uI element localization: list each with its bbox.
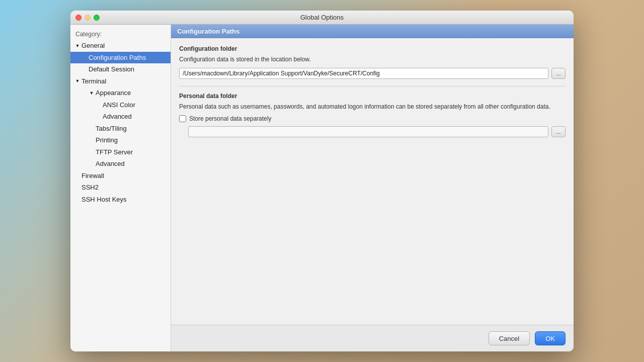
config-folder-description: Configuration data is stored in the loca…	[179, 55, 566, 64]
store-personal-checkbox[interactable]	[179, 115, 186, 122]
checkbox-row: Store personal data separately	[179, 115, 566, 122]
sidebar-item-ssh-host-keys[interactable]: SSH Host Keys	[70, 194, 171, 206]
config-path-row: ...	[179, 68, 566, 79]
window-title: Global Options	[300, 14, 344, 21]
maximize-button[interactable]	[94, 15, 100, 21]
sidebar-item-printing[interactable]: Printing	[70, 134, 171, 146]
sidebar-item-configuration-paths[interactable]: Configuration Paths	[70, 52, 171, 64]
tree-arrow-appearance	[89, 90, 95, 96]
category-label: Category:	[70, 29, 171, 40]
sidebar-label-default-session: Default Session	[89, 64, 134, 74]
personal-browse-button[interactable]: ...	[551, 126, 566, 137]
main-content: Configuration Paths Configuration folder…	[171, 25, 574, 351]
tree-arrow-general	[74, 43, 80, 49]
sidebar-label-ansi-color: ANSI Color	[103, 100, 135, 110]
footer: Cancel OK	[171, 325, 574, 351]
traffic-lights	[75, 15, 100, 21]
ok-button[interactable]: OK	[535, 331, 566, 345]
sidebar-item-tftp-server[interactable]: TFTP Server	[70, 146, 171, 158]
sidebar-label-printing: Printing	[96, 135, 118, 145]
tree-arrow-terminal	[74, 78, 80, 84]
window-body: Category: General Configuration Paths De…	[70, 25, 574, 351]
sidebar-label-configuration-paths: Configuration Paths	[89, 53, 146, 63]
sidebar-item-tabs-tiling[interactable]: Tabs/Tiling	[70, 123, 171, 135]
divider	[179, 86, 566, 86]
sidebar-label-advanced-terminal: Advanced	[103, 112, 132, 122]
sidebar-item-terminal[interactable]: Terminal	[70, 75, 171, 87]
sidebar-label-ssh2: SSH2	[82, 183, 99, 193]
sidebar-item-ssh2[interactable]: SSH2	[70, 182, 171, 194]
close-button[interactable]	[75, 15, 82, 21]
global-options-window: Global Options Category: General Configu…	[70, 11, 574, 351]
sidebar-item-advanced-general[interactable]: Advanced	[70, 158, 171, 170]
config-path-input[interactable]	[179, 68, 548, 79]
sidebar-item-general[interactable]: General	[70, 40, 171, 52]
sidebar-item-advanced-terminal[interactable]: Advanced	[70, 111, 171, 123]
store-personal-label: Store personal data separately	[189, 115, 271, 122]
section-header: Configuration Paths	[171, 25, 574, 38]
sidebar-item-ansi-color[interactable]: ANSI Color	[70, 99, 171, 111]
sidebar-label-tabs-tiling: Tabs/Tiling	[96, 124, 127, 134]
title-bar: Global Options	[70, 11, 574, 25]
sidebar-label-tftp-server: TFTP Server	[96, 147, 133, 157]
sidebar-item-firewall[interactable]: Firewall	[70, 170, 171, 182]
content-area: Configuration folder Configuration data …	[171, 38, 574, 325]
sidebar-label-appearance: Appearance	[96, 88, 131, 98]
minimize-button[interactable]	[85, 15, 91, 21]
sidebar: Category: General Configuration Paths De…	[70, 25, 171, 351]
config-browse-button[interactable]: ...	[551, 68, 566, 79]
sidebar-label-general: General	[82, 41, 105, 51]
personal-path-input[interactable]	[188, 126, 548, 137]
personal-folder-description: Personal data such as usernames, passwor…	[179, 103, 566, 111]
sidebar-label-firewall: Firewall	[82, 171, 104, 181]
sidebar-label-advanced-general: Advanced	[96, 159, 125, 169]
config-folder-label: Configuration folder	[179, 45, 566, 52]
sidebar-item-default-session[interactable]: Default Session	[70, 63, 171, 75]
personal-path-row: ...	[179, 126, 566, 137]
personal-folder-label: Personal data folder	[179, 93, 566, 100]
sidebar-item-appearance[interactable]: Appearance	[70, 87, 171, 99]
sidebar-label-ssh-host-keys: SSH Host Keys	[82, 195, 127, 205]
cancel-button[interactable]: Cancel	[489, 331, 530, 345]
sidebar-label-terminal: Terminal	[82, 76, 106, 86]
